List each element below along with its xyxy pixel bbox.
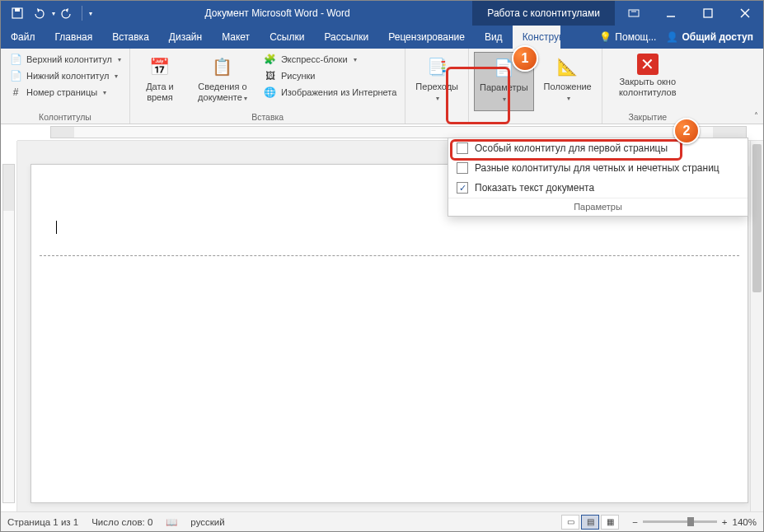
online-picture-icon: 🌐 <box>264 86 277 99</box>
group-headers-footers: 📄Верхний колонтитул▾ 📄Нижний колонтитул▾… <box>1 49 130 124</box>
close-label: Закрыть окно колонтитулов <box>612 77 683 97</box>
minimize-button[interactable] <box>652 1 689 26</box>
text-cursor <box>56 221 57 234</box>
redo-button[interactable] <box>57 3 77 23</box>
footer-button[interactable]: 📄Нижний колонтитул▾ <box>6 68 124 83</box>
tab-layout[interactable]: Макет <box>212 26 260 49</box>
close-button[interactable] <box>726 1 763 26</box>
date-time-button[interactable]: 📅 Дата и время <box>135 52 185 111</box>
quick-access-toolbar: ▾ ▾ <box>1 3 99 23</box>
position-icon: 📐 <box>555 54 581 80</box>
quick-parts-label: Экспресс-блоки <box>281 54 348 64</box>
footer-label: Нижний колонтитул <box>26 71 109 81</box>
ribbon-options-button[interactable] <box>615 1 652 26</box>
svg-rect-4 <box>704 9 712 17</box>
doc-info-label: Сведения о документе▾ <box>195 82 251 102</box>
option-show-document-text[interactable]: ✓ Показать текст документа <box>448 178 748 198</box>
page-number-label: Номер страницы <box>26 87 97 97</box>
save-button[interactable] <box>7 3 27 23</box>
proofing-icon[interactable]: 📖 <box>166 516 177 528</box>
tab-view[interactable]: Вид <box>475 26 513 49</box>
picture-icon: 🖼 <box>264 69 277 82</box>
close-header-footer-button[interactable]: ✕ Закрыть окно колонтитулов <box>607 52 688 111</box>
ribbon: 📄Верхний колонтитул▾ 📄Нижний колонтитул▾… <box>1 49 763 124</box>
header-label: Верхний колонтитул <box>26 54 112 64</box>
checkbox-checked-icon[interactable]: ✓ <box>457 182 468 194</box>
quick-parts-icon: 🧩 <box>264 53 277 66</box>
tab-design[interactable]: Дизайн <box>159 26 212 49</box>
view-read-mode[interactable]: ▭ <box>561 515 579 530</box>
parameters-dropdown: Особый колонтитул для первой страницы Ра… <box>448 138 748 217</box>
chevron-down-icon: ▾ <box>354 56 357 63</box>
option-label: Разные колонтитулы для четных и нечетных… <box>475 162 719 174</box>
zoom-in-button[interactable]: + <box>722 517 728 527</box>
checkbox-unchecked-icon[interactable] <box>457 162 468 174</box>
doc-info-button[interactable]: 📋 Сведения о документе▾ <box>190 52 255 111</box>
position-label: Положение▾ <box>544 82 592 102</box>
annotation-callout-1: 1 <box>512 45 538 72</box>
group-close: ✕ Закрыть окно колонтитулов Закрытие <box>602 49 693 124</box>
pictures-button[interactable]: 🖼Рисунки <box>260 68 400 83</box>
option-different-first-page[interactable]: Особый колонтитул для первой страницы <box>448 138 748 158</box>
pictures-label: Рисунки <box>281 71 316 81</box>
status-word-count[interactable]: Число слов: 0 <box>91 517 152 527</box>
zoom-level[interactable]: 140% <box>733 517 757 527</box>
qat-customize-icon[interactable]: ▾ <box>89 10 92 17</box>
online-pictures-button[interactable]: 🌐Изображения из Интернета <box>260 85 400 100</box>
vertical-ruler[interactable] <box>1 141 17 511</box>
share-button[interactable]: 👤Общий доступ <box>666 31 753 43</box>
contextual-tab-title: Работа с колонтитулами <box>472 1 615 26</box>
view-print-layout[interactable]: ▤ <box>581 515 599 530</box>
zoom-thumb[interactable] <box>687 517 694 526</box>
status-page[interactable]: Страница 1 из 1 <box>7 517 78 527</box>
page-number-icon: # <box>9 86 22 99</box>
view-buttons: ▭ ▤ ▦ <box>561 515 619 530</box>
tab-file[interactable]: Файл <box>1 26 45 49</box>
maximize-button[interactable] <box>689 1 726 26</box>
group-label: Вставка <box>135 111 400 122</box>
date-time-label: Дата и время <box>140 82 180 102</box>
zoom-out-button[interactable]: − <box>632 517 638 527</box>
option-different-odd-even[interactable]: Разные колонтитулы для четных и нечетных… <box>448 158 748 178</box>
dropdown-footer: Параметры <box>448 198 748 216</box>
position-button[interactable]: 📐 Положение▾ <box>539 52 597 111</box>
page-number-button[interactable]: #Номер страницы▾ <box>6 85 124 100</box>
undo-dropdown-icon[interactable]: ▾ <box>52 10 55 17</box>
collapse-ribbon-button[interactable]: ˄ <box>754 111 758 120</box>
share-icon: 👤 <box>666 31 678 43</box>
zoom-slider[interactable] <box>643 520 717 523</box>
lightbulb-icon: 💡 <box>599 31 612 43</box>
tab-mailings[interactable]: Рассылки <box>314 26 378 49</box>
svg-rect-1 <box>15 8 20 12</box>
navigation-label: Переходы▾ <box>415 82 458 102</box>
chevron-down-icon: ▾ <box>103 89 106 96</box>
group-label <box>410 111 463 122</box>
navigation-button[interactable]: 📑 Переходы▾ <box>410 52 463 111</box>
header-icon: 📄 <box>9 53 22 66</box>
vertical-scrollbar[interactable] <box>750 141 763 511</box>
chevron-down-icon: ▾ <box>115 72 118 80</box>
status-language[interactable]: русский <box>190 517 224 527</box>
tab-insert[interactable]: Вставка <box>102 26 159 49</box>
undo-button[interactable] <box>29 3 49 23</box>
title-bar: ▾ ▾ Документ Microsoft Word - Word Работ… <box>1 1 763 26</box>
quick-parts-button[interactable]: 🧩Экспресс-блоки▾ <box>260 52 400 67</box>
annotation-callout-2: 2 <box>673 118 700 144</box>
header-separator <box>40 255 739 256</box>
tell-me[interactable]: 💡Помощ... <box>599 31 656 43</box>
online-pictures-label: Изображения из Интернета <box>281 87 396 97</box>
ribbon-tabs: Файл Главная Вставка Дизайн Макет Ссылки… <box>1 26 763 49</box>
footer-icon: 📄 <box>9 69 22 82</box>
header-button[interactable]: 📄Верхний колонтитул▾ <box>6 52 124 67</box>
status-bar: Страница 1 из 1 Число слов: 0 📖 русский … <box>1 511 763 531</box>
tab-home[interactable]: Главная <box>45 26 103 49</box>
view-web-layout[interactable]: ▦ <box>601 515 619 530</box>
group-label <box>474 111 597 122</box>
tab-designer[interactable]: Конструктор <box>513 26 560 49</box>
option-label: Показать текст документа <box>475 182 594 194</box>
checkbox-unchecked-icon[interactable] <box>457 142 468 154</box>
option-label: Особый колонтитул для первой страницы <box>475 142 668 154</box>
tab-references[interactable]: Ссылки <box>260 26 314 49</box>
tab-review[interactable]: Рецензирование <box>378 26 475 49</box>
scrollbar-thumb[interactable] <box>752 144 762 292</box>
